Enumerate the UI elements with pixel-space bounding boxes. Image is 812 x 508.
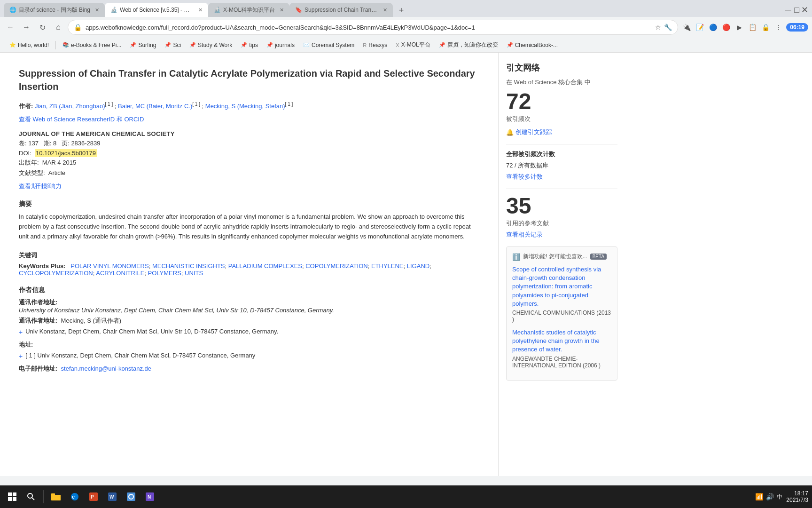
author-baier[interactable]: Baier, MC (Baier, Moritz C.) bbox=[118, 103, 192, 110]
bell-icon: 🔔 bbox=[506, 129, 514, 136]
close-button[interactable]: ✕ bbox=[801, 5, 808, 15]
related-records-link[interactable]: 查看相关记录 bbox=[506, 231, 543, 238]
extension-icon-5[interactable]: ▶ bbox=[734, 22, 745, 33]
bookmark-xmol[interactable]: X X-MOL平台 bbox=[392, 40, 434, 50]
keyword-3[interactable]: PALLADIUM COMPLEXES bbox=[228, 262, 302, 270]
extension-icon-3[interactable]: 🔵 bbox=[707, 22, 718, 33]
journal-impact-row: 查看期刊影响力 bbox=[19, 179, 479, 190]
email-link[interactable]: stefan.mecking@uni-konstanz.de bbox=[61, 365, 151, 372]
aff-sup-3: [ 1 ] bbox=[285, 102, 293, 107]
bookmark-ebooks[interactable]: 📚 e-Books & Free Pi... bbox=[59, 40, 125, 50]
sidebar-subtitle: 在 Web of Science 核心合集 中 bbox=[506, 78, 617, 87]
bookmark-sci[interactable]: 📌 Sci bbox=[161, 40, 185, 50]
taskbar-app-2[interactable]: N bbox=[141, 488, 158, 505]
extension-icon[interactable]: 🔧 bbox=[664, 24, 672, 31]
address-label: 地址: bbox=[19, 341, 33, 348]
bookmark-hello-world[interactable]: ⭐ Hello, world! bbox=[6, 40, 53, 50]
minimize-button[interactable]: ⸺ bbox=[784, 5, 792, 15]
svg-text:e: e bbox=[72, 494, 75, 500]
author-jian[interactable]: Jian, ZB (Jian, Zhongbao) bbox=[35, 103, 105, 110]
svg-rect-3 bbox=[13, 497, 16, 501]
journal-impact-link[interactable]: 查看期刊影响力 bbox=[19, 182, 62, 190]
taskbar-clock[interactable]: 18:17 2021/7/3 bbox=[786, 490, 808, 503]
bookmark-tips[interactable]: 📌 tips bbox=[237, 40, 262, 50]
bookmark-chembook[interactable]: 📌 ChemicalBook-... bbox=[503, 40, 562, 50]
bookmark-label-surfing: Surfing bbox=[138, 42, 156, 48]
bookmark-journals[interactable]: 📌 journals bbox=[263, 40, 298, 50]
keyword-1[interactable]: POLAR VINYL MONOMERS bbox=[70, 262, 148, 270]
taskbar-search[interactable] bbox=[23, 488, 39, 505]
tab-close-xmol[interactable]: ✕ bbox=[280, 7, 284, 13]
bookmark-lian[interactable]: 📌 廉贞，知道你在改变 bbox=[435, 40, 502, 50]
bookmark-reaxys[interactable]: R Reaxys bbox=[359, 40, 391, 50]
beta-header: ℹ️ 新增功能! 您可能也喜欢... BETA bbox=[512, 253, 611, 261]
sidebar-title: 引文网络 bbox=[506, 62, 617, 73]
bookmark-coremail[interactable]: ✉️ Coremail System bbox=[299, 40, 358, 50]
keyword-6[interactable]: LIGAND bbox=[407, 262, 429, 270]
journal-details: 卷: 137 期: 8 页: 2836-2839 bbox=[19, 139, 479, 148]
aff-sup-2: [ 1 ] bbox=[192, 102, 200, 107]
system-tray: 📶 🔊 中 bbox=[755, 493, 782, 501]
svg-rect-7 bbox=[51, 493, 55, 496]
bookmark-label-ebooks: e-Books & Free Pi... bbox=[71, 42, 121, 48]
extension-icon-2[interactable]: 📝 bbox=[694, 22, 705, 33]
svg-rect-1 bbox=[13, 492, 16, 496]
expand-button-2[interactable]: + bbox=[19, 352, 23, 360]
svg-text:N: N bbox=[148, 494, 151, 500]
taskbar-word[interactable]: W bbox=[104, 488, 121, 505]
tab-bing[interactable]: 🌐 目录of science - 国内版 Bing ✕ bbox=[4, 3, 105, 17]
abstract-heading: 摘要 bbox=[19, 200, 479, 208]
bookmark-study-work[interactable]: 📌 Study & Work bbox=[186, 40, 236, 50]
extension-icon-7[interactable]: 🔒 bbox=[760, 22, 771, 33]
taskbar-powerpoint[interactable]: P bbox=[85, 488, 102, 505]
bookmark-icon-tips: 📌 bbox=[241, 42, 247, 48]
bookmark-star-icon[interactable]: ☆ bbox=[655, 24, 661, 31]
keyword-4[interactable]: COPOLYMERIZATION bbox=[305, 262, 367, 270]
taskbar-windows-button[interactable] bbox=[4, 488, 21, 505]
tab-close-wos[interactable]: ✕ bbox=[198, 7, 203, 13]
refresh-button[interactable]: ↻ bbox=[36, 21, 49, 34]
beta-item-title-1[interactable]: Scope of controlled synthesis via chain-… bbox=[512, 265, 611, 308]
create-citation-link[interactable]: 🔔 创建引文跟踪 bbox=[506, 128, 617, 136]
researcher-id-link[interactable]: 查看 Web of Science ResearcherID 和 ORCID bbox=[19, 116, 144, 123]
back-button[interactable]: ← bbox=[4, 21, 17, 34]
keyword-2[interactable]: MECHANISTIC INSIGHTS bbox=[152, 262, 225, 270]
tab-close-bing[interactable]: ✕ bbox=[95, 7, 99, 13]
more-count-link[interactable]: 查看较多计数 bbox=[506, 173, 617, 181]
keyword-5[interactable]: ETHYLENE bbox=[371, 262, 404, 270]
extension-icon-4[interactable]: 🔴 bbox=[720, 22, 732, 33]
keyword-7[interactable]: CYCLOPOLYMERIZATION bbox=[19, 270, 93, 277]
home-button[interactable]: ⌂ bbox=[52, 21, 65, 34]
keyword-8[interactable]: ACRYLONITRILE bbox=[96, 270, 144, 277]
volume-label: 卷: bbox=[19, 140, 27, 147]
forward-button[interactable]: → bbox=[20, 21, 33, 34]
volume-icon[interactable]: 🔊 bbox=[766, 493, 774, 500]
tab-close-suppression[interactable]: ✕ bbox=[383, 7, 387, 13]
researcher-id-row: 查看 Web of Science ResearcherID 和 ORCID bbox=[19, 115, 479, 124]
full-citation-label: 全部被引频次计数 bbox=[506, 150, 617, 159]
tab-suppression[interactable]: 🔖 Suppression of Chain Transfer... ✕ bbox=[289, 3, 393, 17]
extension-icon-8[interactable]: ⋮ bbox=[773, 22, 784, 33]
bookmark-icon-lian: 📌 bbox=[439, 42, 445, 48]
tab-xmol[interactable]: 🔬 X-MOL科学知识平台 ✕ bbox=[208, 3, 289, 17]
keyword-9[interactable]: POLYMERS bbox=[148, 270, 181, 277]
maximize-button[interactable]: □ bbox=[794, 5, 799, 15]
expand-button-1[interactable]: + bbox=[19, 328, 23, 336]
author-mecking[interactable]: Mecking, S (Mecking, Stefan) bbox=[205, 103, 285, 110]
issue-value: 8 bbox=[53, 140, 56, 147]
taskbar-file-explorer[interactable] bbox=[47, 488, 64, 505]
taskbar-edge[interactable]: e bbox=[66, 488, 83, 505]
bookmark-label-xmol: X-MOL平台 bbox=[401, 41, 430, 49]
network-icon[interactable]: 📶 bbox=[755, 493, 763, 500]
tab-wos[interactable]: 🔬 Web of Science [v.5.35] - 所有... ✕ bbox=[105, 3, 208, 17]
bookmark-surfing[interactable]: 📌 Surfing bbox=[126, 40, 160, 50]
new-tab-button[interactable]: + bbox=[395, 4, 408, 17]
extension-icon-6[interactable]: 📋 bbox=[747, 22, 758, 33]
keyword-10[interactable]: UNITS bbox=[185, 270, 203, 277]
beta-item-title-2[interactable]: Mechanistic studies of catalytic polyeth… bbox=[512, 328, 611, 354]
extension-icon-1[interactable]: 🔌 bbox=[681, 22, 692, 33]
doi-label: DOI: bbox=[19, 150, 31, 157]
address-bar[interactable]: 🔒 apps.webofknowledge.com/full_record.do… bbox=[68, 20, 678, 35]
taskbar-app-1[interactable] bbox=[123, 488, 140, 505]
address-bar-row: ← → ↻ ⌂ 🔒 apps.webofknowledge.com/full_r… bbox=[0, 17, 812, 38]
